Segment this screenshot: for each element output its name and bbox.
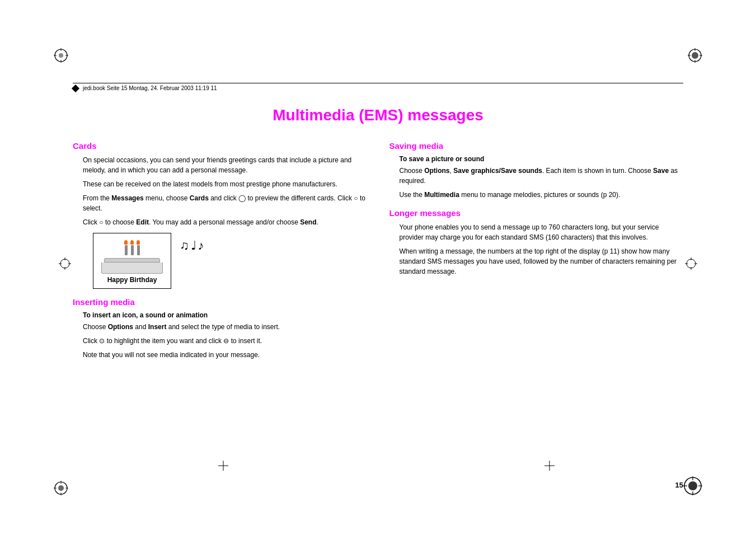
reg-mark-bottom-left <box>53 480 69 498</box>
cake-bottom <box>101 263 163 274</box>
inserting-media-content: To insert an icon, a sound or animation … <box>83 311 367 360</box>
birthday-label: Happy Birthday <box>107 276 157 284</box>
cards-para4: Click ○ to choose Edit. You may add a pe… <box>83 217 367 227</box>
insert-para1: Choose Options and Insert and select the… <box>83 322 367 332</box>
crosshair-mid-left <box>59 257 71 271</box>
save-para2: Use the Multimedia menu to manage melodi… <box>400 190 684 200</box>
flame-2 <box>130 240 134 245</box>
crosshair-mid-right <box>685 257 697 271</box>
messages-bold: Messages <box>111 194 143 202</box>
cards-para3-prefix: From the <box>83 194 111 202</box>
candle-body-1 <box>125 245 128 255</box>
insert-para2: Click ⊙ to highlight the item you want a… <box>83 336 367 346</box>
svg-point-1 <box>59 53 63 58</box>
candle-body-2 <box>131 245 134 255</box>
save-para1-mid: . Each item is shown in turn. Choose <box>542 167 653 175</box>
cards-para4-mid: . You may add a personal message and/or … <box>149 218 300 226</box>
svg-point-19 <box>688 481 697 490</box>
cards-section: Cards On special occasions, you can send… <box>73 141 367 289</box>
edit-bold: Edit <box>136 218 149 226</box>
right-column: Saving media To save a picture or sound … <box>389 141 684 467</box>
cards-content: On special occasions, you can send your … <box>83 155 367 289</box>
cake-top <box>104 258 160 263</box>
cards-para1: On special occasions, you can send your … <box>83 155 367 175</box>
inserting-media-section: Inserting media To insert an icon, a sou… <box>73 297 367 360</box>
candles <box>124 240 140 255</box>
insert-para1-start: Choose <box>83 323 108 331</box>
save-para1: Choose Options, Save graphics/Save sound… <box>400 166 684 186</box>
birthday-card-box: Happy Birthday <box>93 233 171 289</box>
save-use: Use the <box>400 191 425 199</box>
multimedia-bold: Multimedia <box>424 191 459 199</box>
music-notes: ♫♩♪ <box>180 238 206 253</box>
svg-point-13 <box>58 485 64 491</box>
flame-3 <box>137 240 140 245</box>
reg-mark-bottom-right <box>683 476 703 498</box>
cards-para4-start: Click ○ to choose <box>83 218 136 226</box>
candle-3 <box>137 240 140 255</box>
cards-para4-end: . <box>317 218 318 226</box>
longer-para1: Your phone enables you to send a message… <box>400 222 684 242</box>
longer-messages-section: Longer messages Your phone enables you t… <box>389 208 684 277</box>
candle-body-3 <box>137 245 140 255</box>
flame-1 <box>124 240 128 245</box>
cards-heading: Cards <box>73 141 367 151</box>
svg-point-29 <box>687 259 696 268</box>
cards-para3-mid: menu, choose <box>144 194 190 202</box>
page-title: Multimedia (EMS) messages <box>73 106 683 124</box>
saving-media-section: Saving media To save a picture or sound … <box>389 141 684 200</box>
options-bold: Options <box>108 323 133 331</box>
reg-mark-top-right <box>687 48 703 65</box>
page: jedi.book Seite 15 Montag, 24. Februar 2… <box>0 0 756 534</box>
svg-point-7 <box>692 52 698 59</box>
file-info-text: jedi.book Seite 15 Montag, 24. Februar 2… <box>83 85 217 91</box>
card-illustration: Happy Birthday ♫♩♪ <box>93 233 367 289</box>
cards-bold: Cards <box>190 194 209 202</box>
two-column-layout: Cards On special occasions, you can send… <box>73 141 683 467</box>
left-column: Cards On special occasions, you can send… <box>73 141 367 467</box>
candle-2 <box>130 240 134 255</box>
insert-bold: Insert <box>148 323 167 331</box>
svg-point-24 <box>60 259 69 268</box>
candle-1 <box>124 240 128 255</box>
inserting-media-heading: Inserting media <box>73 297 367 307</box>
cards-para3: From the Messages menu, choose Cards and… <box>83 193 367 213</box>
options-bold-2: Options <box>424 167 449 175</box>
send-bold: Send <box>300 218 316 226</box>
cards-para2: These can be received on the latest mode… <box>83 179 367 189</box>
save-para2-end: menu to manage melodies, pictures or sou… <box>459 191 620 199</box>
saving-media-heading: Saving media <box>389 141 684 151</box>
save-graphics-bold: Save graphics/Save sounds <box>453 167 542 175</box>
insert-para1-end: and select the type of media to insert. <box>166 323 280 331</box>
longer-para2: When writing a message, the numbers at t… <box>400 246 684 277</box>
file-info-bar: jedi.book Seite 15 Montag, 24. Februar 2… <box>73 83 683 93</box>
page-number: 15 <box>675 481 683 489</box>
save-choose: Choose <box>400 167 425 175</box>
save-subtitle: To save a picture or sound <box>400 155 684 163</box>
insert-subtitle: To insert an icon, a sound or animation <box>83 311 367 319</box>
reg-mark-top-left <box>53 48 69 65</box>
insert-para1-and: and <box>133 323 148 331</box>
saving-media-content: To save a picture or sound Choose Option… <box>400 155 684 200</box>
content-area: Multimedia (EMS) messages Cards On speci… <box>73 101 683 467</box>
save-bold: Save <box>653 167 669 175</box>
diamond-icon <box>72 84 79 92</box>
longer-messages-heading: Longer messages <box>389 208 684 218</box>
insert-para3: Note that you will not see media indicat… <box>83 350 367 360</box>
longer-messages-content: Your phone enables you to send a message… <box>400 222 684 277</box>
